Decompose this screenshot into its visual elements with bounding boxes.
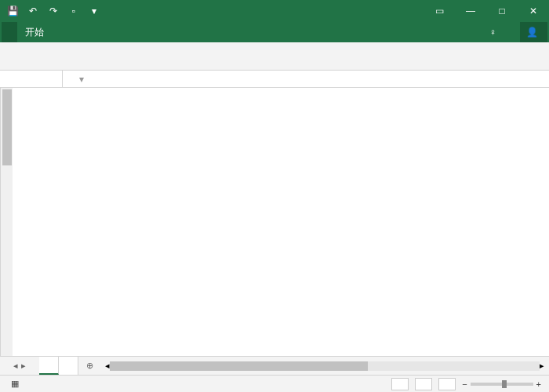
status-indicator-icon: ▦	[11, 379, 19, 389]
add-sheet-icon[interactable]: ⊕	[78, 357, 100, 375]
sheet-nav-arrows[interactable]: ◂ ▸	[0, 357, 39, 375]
normal-view-icon[interactable]	[391, 378, 409, 390]
undo-icon[interactable]: ↶	[24, 2, 42, 20]
save-icon[interactable]: 💾	[3, 2, 22, 20]
horizontal-scrollbar[interactable]: ◂▸	[100, 357, 549, 375]
title-bar: 💾 ↶ ↷ ▫ ▾ ▭ — □ ✕	[0, 0, 549, 22]
tell-me[interactable]: ♀	[482, 22, 504, 42]
close-icon[interactable]: ✕	[518, 0, 549, 22]
status-bar: ▦ − +	[0, 375, 549, 392]
page-break-view-icon[interactable]	[438, 378, 456, 390]
share-button[interactable]: 👤	[520, 22, 547, 42]
minimize-icon[interactable]: —	[455, 0, 486, 22]
zoom-control[interactable]: − +	[462, 379, 544, 389]
signin[interactable]	[504, 22, 520, 42]
ribbon-tabs: 开始 ♀ 👤	[0, 22, 549, 42]
zoom-in-icon[interactable]: +	[536, 379, 541, 389]
vertical-scrollbar[interactable]	[0, 88, 13, 356]
sheet-tab-active[interactable]	[39, 357, 59, 375]
redo-icon[interactable]: ↷	[44, 2, 63, 20]
maximize-icon[interactable]: □	[486, 0, 518, 22]
ribbon-options-icon[interactable]: ▭	[424, 0, 455, 22]
formula-buttons: ▾	[63, 74, 100, 85]
sheet-tab-more[interactable]	[59, 357, 78, 375]
name-box[interactable]	[0, 71, 63, 87]
worksheet-grid[interactable]	[0, 88, 549, 356]
sheet-tab-bar: ◂ ▸ ⊕ ◂▸	[0, 356, 549, 375]
tab-file[interactable]	[2, 22, 17, 42]
share-icon: 👤	[526, 22, 538, 42]
zoom-out-icon[interactable]: −	[462, 379, 467, 389]
page-layout-view-icon[interactable]	[415, 378, 432, 390]
collapsed-ribbon	[0, 42, 549, 71]
tab-开始[interactable]: 开始	[17, 22, 52, 42]
formula-bar: ▾	[0, 71, 549, 88]
new-file-icon[interactable]: ▫	[64, 2, 83, 20]
quick-access-toolbar: 💾 ↶ ↷ ▫ ▾	[0, 2, 107, 20]
qat-dropdown-icon[interactable]: ▾	[85, 2, 104, 20]
